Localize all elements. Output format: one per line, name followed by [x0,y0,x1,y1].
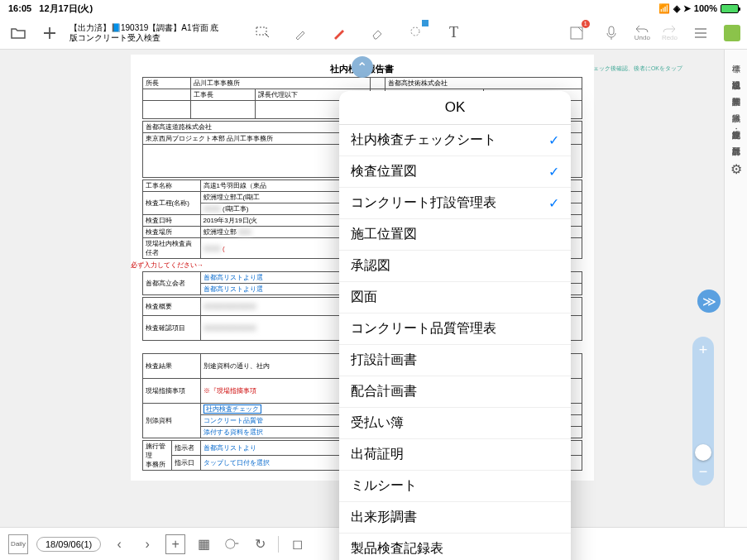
wifi-icon: ◈ [673,3,680,14]
dropdown-ok-button[interactable]: OK [339,91,571,125]
daily-icon[interactable]: Daily [8,534,28,554]
dropdown-item-12[interactable]: 出来形調書 [339,502,571,534]
undo-button[interactable]: Undo [634,24,650,41]
battery-icon [721,4,739,13]
zoom-out-button[interactable]: − [699,463,708,481]
status-time: 16:05 [8,3,31,13]
zoom-slider[interactable]: + − [692,337,714,486]
eyedropper-icon[interactable] [290,22,313,45]
eraser-icon[interactable] [366,22,389,45]
dropdown-item-1[interactable]: 検査位置図✓ [339,156,571,188]
comment-icon[interactable]: ◻ [287,534,307,554]
pen-icon[interactable] [328,22,351,45]
select-tool-icon[interactable] [251,22,275,45]
chevron-right-icon[interactable]: ≫ [697,290,721,313]
dropdown-item-2[interactable]: コンクリート打設管理表✓ [339,188,571,219]
folder-icon[interactable] [7,22,30,45]
svg-point-1 [411,27,419,36]
attachment-dropdown: OK 社内検査チェックシート✓検査位置図✓コンクリート打設管理表✓施工位置図承認… [339,91,571,560]
zoom-thumb[interactable] [695,444,711,461]
document-title: 【出力済】📘190319【調書】A1背面 底 版コンクリート受入検査 [69,23,218,43]
dropdown-item-3[interactable]: 施工位置図 [339,219,571,251]
calendar-icon[interactable]: ▦ [194,534,213,554]
dropdown-item-0[interactable]: 社内検査チェックシート✓ [339,125,571,156]
check-icon: ✓ [548,132,559,148]
check-icon: ✓ [548,164,559,179]
zoom-in-button[interactable]: + [699,342,708,359]
dropdown-item-9[interactable]: 受払い簿 [339,408,571,439]
sidebar-settings-icon[interactable]: ⚙ [725,157,748,180]
mic-icon[interactable] [600,22,623,45]
app-icon[interactable] [724,25,740,41]
dropdown-item-8[interactable]: 配合計画書 [339,376,571,408]
redo-bottom-icon[interactable]: ↻ [250,534,270,554]
dropdown-item-6[interactable]: コンクリート品質管理表 [339,314,571,345]
notification-icon[interactable]: 1 [565,22,588,45]
search-doc-icon[interactable]: ⧃ [222,534,242,554]
location-icon: ➤ [683,3,691,14]
dropdown-item-10[interactable]: 出荷証明 [339,439,571,471]
dropdown-item-13[interactable]: 製品検査記録表 [339,534,571,560]
svg-rect-2 [571,27,582,39]
signal-icon: 📶 [658,3,670,14]
chevron-up-icon[interactable]: ⌃ [352,56,373,78]
dropdown-item-5[interactable]: 図面 [339,282,571,314]
menu-icon[interactable] [689,22,712,45]
dropdown-item-11[interactable]: ミルシート [339,471,571,502]
battery-pct: 100% [694,3,717,13]
redo-button[interactable]: Redo [662,24,678,41]
status-date: 12月17日(火) [39,3,93,13]
dropdown-item-4[interactable]: 承認図 [339,251,571,282]
date-selector[interactable]: 18/09/06(1) [36,537,101,552]
add-page-icon[interactable]: + [165,534,185,554]
check-icon: ✓ [548,195,559,211]
dropdown-item-7[interactable]: 打設計画書 [339,345,571,376]
right-sidebar: 標準 現場巡視記録 作業間調整 議事録 測定・検査記録 構配置計画 ⚙ [724,50,747,527]
add-icon[interactable] [38,22,61,45]
status-bar: 16:05 12月17日(火) 📶 ◈ ➤ 100% [0,0,747,17]
lasso-icon[interactable] [404,22,427,45]
top-toolbar: 【出力済】📘190319【調書】A1背面 底 版コンクリート受入検査 T 1 U… [0,17,747,50]
next-icon[interactable]: › [137,534,157,554]
svg-rect-3 [609,26,614,35]
text-tool-icon[interactable]: T [442,22,465,45]
prev-icon[interactable]: ‹ [109,534,129,554]
